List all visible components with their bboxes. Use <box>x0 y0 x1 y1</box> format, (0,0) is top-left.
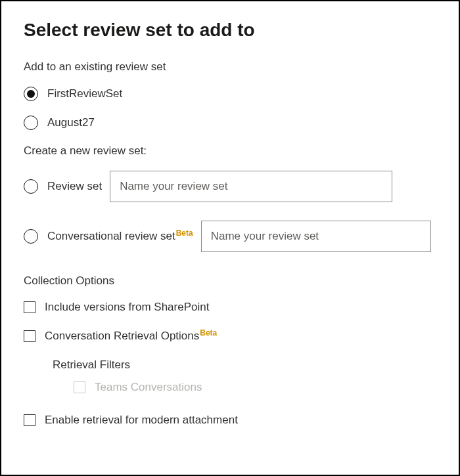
option-label: August27 <box>47 116 95 129</box>
checkbox-label: Conversation Retrieval OptionsBeta <box>45 330 217 343</box>
checkbox-conversation-retrieval[interactable]: Conversation Retrieval OptionsBeta <box>24 330 436 343</box>
option-label: Review set <box>47 180 102 193</box>
radio-icon[interactable] <box>24 179 38 194</box>
review-set-name-input[interactable] <box>110 171 392 202</box>
existing-section-label: Add to an existing review set <box>24 60 436 74</box>
checkbox-label: Include versions from SharePoint <box>45 301 209 314</box>
checkbox-modern-attachment[interactable]: Enable retrieval for modern attachment <box>24 414 436 427</box>
existing-option-august27[interactable]: August27 <box>24 116 436 130</box>
beta-badge: Beta <box>200 328 217 337</box>
page-title: Select review set to add to <box>24 20 436 41</box>
create-section-label: Create a new review set: <box>24 144 436 158</box>
radio-icon[interactable] <box>24 229 38 244</box>
checkbox-icon[interactable] <box>24 301 35 313</box>
option-label: Conversational review setBeta <box>47 230 193 243</box>
checkbox-include-versions[interactable]: Include versions from SharePoint <box>24 301 436 314</box>
option-label: FirstReviewSet <box>47 87 122 100</box>
retrieval-filters-header: Retrieval Filters <box>53 358 436 372</box>
create-option-conversational[interactable]: Conversational review setBeta <box>24 221 436 252</box>
checkbox-teams-conversations: Teams Conversations <box>74 381 436 394</box>
radio-icon[interactable] <box>24 87 38 101</box>
checkbox-icon[interactable] <box>24 330 35 342</box>
option-label-text: Conversational review set <box>47 230 175 242</box>
conversational-review-set-name-input[interactable] <box>201 221 431 252</box>
checkbox-icon <box>74 381 85 393</box>
create-option-review-set[interactable]: Review set <box>24 171 436 202</box>
existing-option-firstreviewset[interactable]: FirstReviewSet <box>24 87 436 101</box>
checkbox-icon[interactable] <box>24 414 35 426</box>
beta-badge: Beta <box>176 228 193 238</box>
checkbox-label: Teams Conversations <box>95 381 202 394</box>
checkbox-label-text: Conversation Retrieval Options <box>45 330 199 342</box>
select-review-set-panel: Select review set to add to Add to an ex… <box>0 0 460 476</box>
collection-section-label: Collection Options <box>24 274 436 288</box>
radio-icon[interactable] <box>24 116 38 130</box>
checkbox-label: Enable retrieval for modern attachment <box>45 414 238 427</box>
